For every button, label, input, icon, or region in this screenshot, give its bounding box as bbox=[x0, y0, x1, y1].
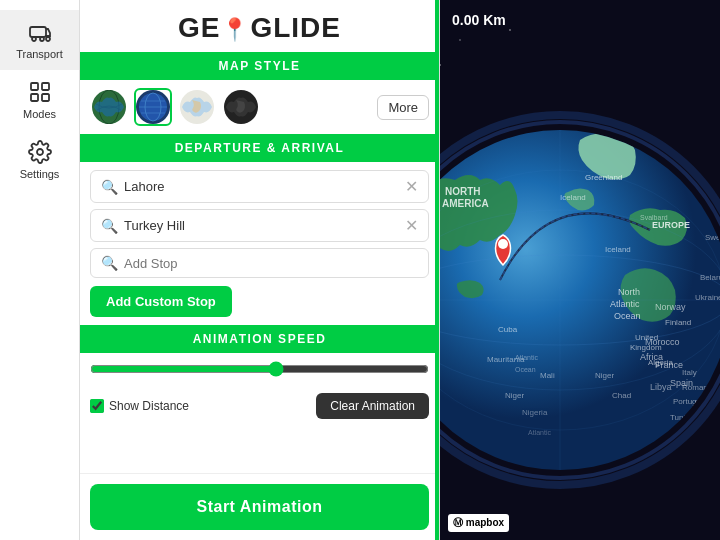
logo-area: GE📍GLIDE bbox=[80, 0, 439, 52]
sidebar: Transport Modes Settings bbox=[0, 0, 80, 540]
distance-label: 0.00 Km bbox=[452, 12, 506, 28]
add-stop-search-icon: 🔍 bbox=[101, 255, 118, 271]
svg-text:Italy: Italy bbox=[682, 368, 697, 377]
svg-text:United: United bbox=[635, 333, 658, 342]
svg-text:Finland: Finland bbox=[665, 318, 691, 327]
map-style-light[interactable] bbox=[178, 88, 216, 126]
svg-text:Libya: Libya bbox=[650, 382, 672, 392]
departure-clear-icon[interactable]: ✕ bbox=[405, 177, 418, 196]
show-distance-label[interactable]: Show Distance bbox=[90, 399, 189, 413]
svg-text:North: North bbox=[618, 287, 640, 297]
svg-text:Mali: Mali bbox=[540, 371, 555, 380]
bottom-area: Start Animation bbox=[80, 473, 439, 540]
svg-text:AMERICA: AMERICA bbox=[442, 198, 489, 209]
svg-point-2 bbox=[40, 37, 44, 41]
svg-text:Niger: Niger bbox=[505, 391, 524, 400]
add-stop-input[interactable] bbox=[124, 256, 418, 271]
svg-point-75 bbox=[498, 239, 508, 249]
app-logo: GE📍GLIDE bbox=[90, 12, 429, 44]
add-custom-stop-button[interactable]: Add Custom Stop bbox=[90, 286, 232, 317]
sidebar-settings-label: Settings bbox=[20, 168, 60, 180]
svg-point-3 bbox=[46, 37, 50, 41]
svg-text:Iceland: Iceland bbox=[605, 245, 631, 254]
speed-area bbox=[80, 353, 439, 389]
svg-rect-5 bbox=[42, 83, 49, 90]
show-distance-checkbox[interactable] bbox=[90, 399, 104, 413]
svg-rect-6 bbox=[31, 94, 38, 101]
departure-input[interactable] bbox=[124, 179, 399, 194]
svg-point-1 bbox=[32, 37, 36, 41]
start-animation-button[interactable]: Start Animation bbox=[90, 484, 429, 530]
sidebar-transport-label: Transport bbox=[16, 48, 63, 60]
svg-text:Ukraine: Ukraine bbox=[695, 293, 720, 302]
svg-text:Atlantic: Atlantic bbox=[528, 429, 551, 436]
controls-row: Show Distance Clear Animation bbox=[80, 389, 439, 427]
mapbox-attribution: Ⓜ mapbox bbox=[448, 514, 509, 532]
sidebar-modes-label: Modes bbox=[23, 108, 56, 120]
svg-text:Norway: Norway bbox=[655, 302, 686, 312]
departure-arrival-header: DEPARTURE & ARRIVAL bbox=[80, 134, 439, 162]
svg-text:EUROPE: EUROPE bbox=[652, 220, 690, 230]
svg-text:Nigeria: Nigeria bbox=[522, 408, 548, 417]
more-styles-button[interactable]: More bbox=[377, 95, 429, 120]
map-style-row: More bbox=[80, 80, 439, 134]
svg-text:Belarus: Belarus bbox=[700, 273, 720, 282]
show-distance-text: Show Distance bbox=[109, 399, 189, 413]
svg-text:Greenland: Greenland bbox=[585, 173, 622, 182]
main-panel: GE📍GLIDE MAP STYLE bbox=[80, 0, 440, 540]
svg-text:Ocean: Ocean bbox=[515, 366, 536, 373]
map-style-globe[interactable] bbox=[134, 88, 172, 126]
svg-text:Cuba: Cuba bbox=[498, 325, 518, 334]
globe-svg: NORTH AMERICA EUROPE North Atlantic Ocea… bbox=[440, 20, 720, 520]
panel-green-border bbox=[435, 0, 439, 540]
svg-text:France: France bbox=[655, 360, 683, 370]
svg-rect-0 bbox=[30, 27, 46, 37]
globe-container: NORTH AMERICA EUROPE North Atlantic Ocea… bbox=[440, 20, 720, 500]
svg-point-21 bbox=[440, 64, 441, 66]
svg-rect-4 bbox=[31, 83, 38, 90]
map-style-dark[interactable] bbox=[222, 88, 260, 126]
inputs-area: 🔍 ✕ 🔍 ✕ 🔍 Add Custom Stop bbox=[80, 162, 439, 325]
animation-speed-slider[interactable] bbox=[90, 361, 429, 377]
svg-text:NORTH: NORTH bbox=[445, 186, 481, 197]
svg-text:Atlantic: Atlantic bbox=[610, 299, 640, 309]
svg-text:Ocean: Ocean bbox=[614, 311, 641, 321]
mapbox-logo: Ⓜ mapbox bbox=[448, 514, 509, 532]
svg-text:Niger: Niger bbox=[595, 371, 614, 380]
settings-icon bbox=[28, 140, 52, 164]
arrival-search-icon: 🔍 bbox=[101, 218, 118, 234]
transport-icon bbox=[28, 20, 52, 44]
map-area: 0.00 Km bbox=[440, 0, 720, 540]
svg-text:Chad: Chad bbox=[612, 391, 631, 400]
svg-point-24 bbox=[509, 29, 511, 31]
svg-text:Romania: Romania bbox=[682, 383, 715, 392]
arrival-input-row: 🔍 ✕ bbox=[90, 209, 429, 242]
sidebar-item-transport[interactable]: Transport bbox=[0, 10, 79, 70]
modes-icon bbox=[28, 80, 52, 104]
arrival-clear-icon[interactable]: ✕ bbox=[405, 216, 418, 235]
arrival-input[interactable] bbox=[124, 218, 399, 233]
svg-point-23 bbox=[459, 39, 461, 41]
map-style-header: MAP STYLE bbox=[80, 52, 439, 80]
light-style-icon bbox=[180, 90, 214, 124]
dark-style-icon bbox=[224, 90, 258, 124]
add-stop-row: 🔍 bbox=[90, 248, 429, 278]
animation-speed-header: ANIMATION SPEED bbox=[80, 325, 439, 353]
departure-input-row: 🔍 ✕ bbox=[90, 170, 429, 203]
svg-point-8 bbox=[37, 149, 43, 155]
sidebar-item-modes[interactable]: Modes bbox=[0, 70, 79, 130]
svg-text:Sweden: Sweden bbox=[705, 233, 720, 242]
clear-animation-button[interactable]: Clear Animation bbox=[316, 393, 429, 419]
map-style-satellite[interactable] bbox=[90, 88, 128, 126]
svg-text:Kingdom: Kingdom bbox=[630, 343, 662, 352]
sidebar-item-settings[interactable]: Settings bbox=[0, 130, 79, 190]
svg-rect-7 bbox=[42, 94, 49, 101]
globe-style-icon bbox=[136, 90, 170, 124]
svg-text:Svalbard: Svalbard bbox=[640, 214, 668, 221]
svg-text:Atlantic: Atlantic bbox=[515, 354, 538, 361]
logo-pin-icon: 📍 bbox=[221, 17, 249, 43]
satellite-style-icon bbox=[92, 90, 126, 124]
departure-search-icon: 🔍 bbox=[101, 179, 118, 195]
svg-text:Iceland: Iceland bbox=[560, 193, 586, 202]
